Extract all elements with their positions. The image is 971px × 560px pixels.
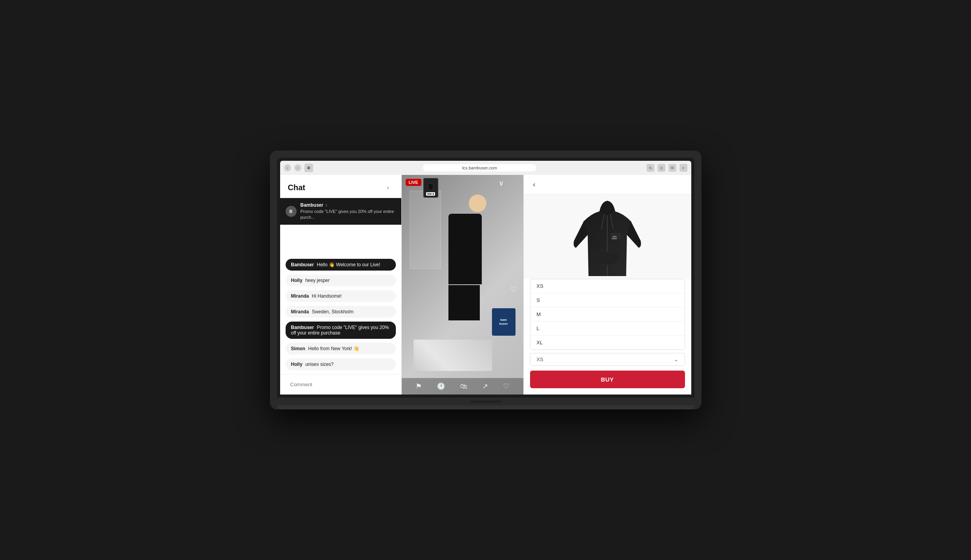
msg2-text: heey jesper bbox=[305, 278, 330, 283]
msg4-sender: Miranda bbox=[291, 309, 309, 315]
msg3-text: Hi Handsome! bbox=[312, 293, 342, 299]
msg7-text: unisex sizes? bbox=[305, 362, 333, 367]
refresh-button[interactable]: ↻ bbox=[647, 164, 654, 172]
screen-bezel: ‹ › ⊞ lcx.bambuser.com ↻ ⎙ ⧉ + Chat › B bbox=[277, 158, 694, 398]
msg7-sender: Holly bbox=[291, 362, 302, 367]
laptop-notch bbox=[470, 400, 501, 403]
selected-size-label: XS bbox=[537, 356, 543, 362]
tabs-view-button[interactable]: ⊞ bbox=[304, 164, 313, 172]
chat-message-7: Holly unisex sizes? bbox=[286, 358, 396, 370]
chat-spacer bbox=[280, 225, 401, 255]
url-bar[interactable]: lcx.bambuser.com bbox=[423, 164, 536, 171]
browser-chrome: ‹ › ⊞ lcx.bambuser.com ↻ ⎙ ⧉ + bbox=[280, 161, 691, 175]
video-background: bambuser LIVE bbox=[402, 175, 523, 395]
video-chevron-icon[interactable]: ∨ bbox=[499, 179, 504, 187]
promo-sender: Bambuser bbox=[301, 202, 324, 208]
like-button[interactable]: ♡ bbox=[503, 382, 509, 391]
laptop-bottom bbox=[277, 405, 694, 409]
add-tab-button[interactable]: + bbox=[680, 164, 687, 172]
msg1-sender: Bambuser bbox=[291, 262, 314, 267]
promo-pinned-message: B Bambuser ↑ Promo code "LIVE" gives you… bbox=[280, 198, 401, 225]
share-video-button[interactable]: ↗ bbox=[482, 382, 488, 391]
chat-message-5: Bambuser Promo code "LIVE" gives you 20%… bbox=[286, 322, 396, 339]
person-body bbox=[448, 214, 482, 284]
size-option-xs[interactable]: XS bbox=[530, 279, 685, 293]
msg1-text: Hello 👋 Welcome to our Live! bbox=[317, 262, 381, 267]
video-panel: bambuser LIVE bbox=[402, 175, 523, 395]
mute-button[interactable]: ⚑ bbox=[415, 382, 422, 391]
browser-content: Chat › B Bambuser ↑ Promo code "LIVE" gi… bbox=[280, 175, 691, 395]
msg3-sender: Miranda bbox=[291, 293, 309, 299]
video-controls-bar: ⚑ 🕐 🛍 ↗ ♡ bbox=[402, 378, 523, 395]
heart-button[interactable]: ♡ bbox=[510, 285, 517, 294]
live-badge: LIVE bbox=[406, 179, 421, 186]
promo-arrow: ↑ bbox=[326, 203, 328, 207]
size-option-m[interactable]: M bbox=[530, 307, 685, 322]
chat-toggle-button[interactable]: › bbox=[383, 182, 394, 193]
laptop-frame: ‹ › ⊞ lcx.bambuser.com ↻ ⎙ ⧉ + Chat › B bbox=[270, 151, 701, 409]
person-pants bbox=[448, 285, 480, 320]
product-price-badge: 500 $ bbox=[426, 192, 435, 196]
msg2-sender: Holly bbox=[291, 278, 302, 283]
chat-message-1: Bambuser Hello 👋 Welcome to our Live! bbox=[286, 259, 396, 271]
product-image-area: bam buser bbox=[524, 195, 691, 279]
thumbnail-hoodie-icon bbox=[425, 180, 436, 191]
brand-sign: bambuser bbox=[492, 308, 516, 336]
msg4-text: Sweden, Stockholm bbox=[312, 309, 353, 315]
promo-text: Promo code "LIVE" gives you 20% off your… bbox=[301, 209, 396, 221]
shelf bbox=[410, 191, 441, 269]
product-back-button[interactable]: ‹ bbox=[530, 179, 539, 190]
marble-floor bbox=[414, 340, 492, 371]
hoodie-product-image: bam buser bbox=[568, 194, 647, 280]
person-head bbox=[469, 195, 486, 212]
chat-input-area bbox=[280, 374, 401, 395]
brand-sign-text: bambuser bbox=[499, 318, 508, 325]
promo-message-content: Bambuser ↑ Promo code "LIVE" gives you 2… bbox=[301, 202, 396, 221]
cart-button[interactable]: 🛍 bbox=[460, 382, 467, 391]
product-panel-header: ‹ bbox=[524, 175, 691, 195]
chat-panel: Chat › B Bambuser ↑ Promo code "LIVE" gi… bbox=[280, 175, 402, 395]
chat-message-4: Miranda Sweden, Stockholm bbox=[286, 306, 396, 318]
dropdown-chevron-icon: ⌄ bbox=[674, 356, 678, 362]
chat-comment-input[interactable] bbox=[286, 378, 396, 391]
chat-messages-list: Bambuser Hello 👋 Welcome to our Live! Ho… bbox=[280, 255, 401, 374]
size-option-xl[interactable]: XL bbox=[530, 336, 685, 349]
product-thumbnail[interactable]: 500 $ bbox=[423, 178, 438, 198]
chat-title: Chat bbox=[288, 183, 305, 192]
msg6-text: Hello from New York! 👋 bbox=[308, 346, 359, 351]
forward-button[interactable]: › bbox=[294, 164, 301, 171]
msg6-sender: Simon bbox=[291, 346, 306, 351]
share-button[interactable]: ⎙ bbox=[658, 164, 665, 172]
clock-button[interactable]: 🕐 bbox=[437, 382, 445, 391]
msg5-sender: Bambuser bbox=[291, 325, 314, 330]
buy-button[interactable]: BUY bbox=[530, 371, 685, 388]
size-dropdown-open: XS S M L XL bbox=[530, 279, 685, 350]
chat-header: Chat › bbox=[280, 175, 401, 198]
size-selector-trigger[interactable]: XS ⌄ bbox=[530, 353, 685, 366]
size-option-s[interactable]: S bbox=[530, 293, 685, 307]
size-option-l[interactable]: L bbox=[530, 322, 685, 336]
laptop-base bbox=[277, 398, 694, 405]
person-video bbox=[448, 195, 496, 320]
back-button[interactable]: ‹ bbox=[284, 164, 291, 171]
product-panel: ‹ bbox=[523, 175, 691, 395]
new-tab-button[interactable]: ⧉ bbox=[669, 164, 676, 172]
chat-message-3: Miranda Hi Handsome! bbox=[286, 290, 396, 302]
bambuser-avatar-promo: B bbox=[286, 206, 297, 217]
chat-message-6: Simon Hello from New York! 👋 bbox=[286, 343, 396, 355]
svg-text:buser: buser bbox=[612, 237, 617, 240]
chat-message-2: Holly heey jesper bbox=[286, 275, 396, 286]
